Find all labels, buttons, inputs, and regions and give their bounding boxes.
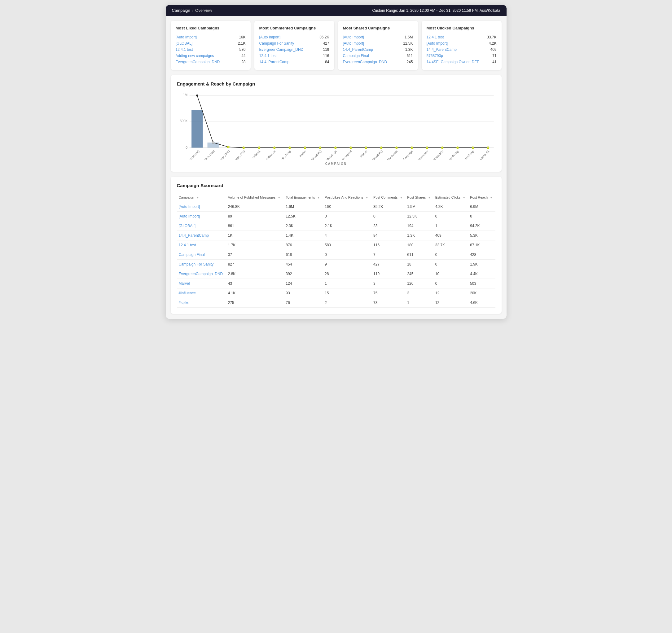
svg-point-24 bbox=[441, 147, 443, 149]
cell-volume: 1K bbox=[226, 231, 284, 240]
svg-text:[GLOBAL]: [GLOBAL] bbox=[310, 150, 321, 160]
summary-item: 12.4.1 test116 bbox=[259, 53, 329, 59]
svg-point-17 bbox=[334, 147, 336, 149]
cell-reach: 20K bbox=[468, 289, 495, 298]
col-comments[interactable]: Post Comments ▼ bbox=[371, 193, 405, 202]
summary-item-link[interactable]: EvergreenCampaign_DND bbox=[176, 60, 220, 64]
summary-item: [Auto Import]16K bbox=[176, 34, 246, 40]
date-range: Custom Range: Jan 1, 2020 12:00 AM - Dec… bbox=[373, 8, 500, 13]
summary-item-link[interactable]: [GLOBAL] bbox=[176, 41, 193, 46]
campaign-link[interactable]: [Auto Import] bbox=[179, 214, 200, 218]
cell-comments: 7 bbox=[371, 250, 405, 260]
cell-comments: 35.2K bbox=[371, 202, 405, 212]
campaign-link[interactable]: EvergreenCampaign_DND bbox=[179, 272, 223, 276]
table-row: [Auto Import] 89 12.5K 0 0 12.5K 0 0 bbox=[177, 212, 496, 221]
summary-item-link[interactable]: [Auto Import] bbox=[427, 41, 448, 46]
chart-area: 1M 500K 0 bbox=[177, 91, 496, 160]
cell-campaign: #Influence bbox=[177, 289, 226, 298]
col-clicks[interactable]: Estimated Clicks ▼ bbox=[433, 193, 468, 202]
summary-item-link[interactable]: Adding new campaigns bbox=[176, 54, 214, 58]
scorecard-title: Campaign Scorecard bbox=[177, 183, 496, 188]
col-total-eng[interactable]: Total Engagements ▼ bbox=[284, 193, 323, 202]
summary-item-link[interactable]: 14.4SE_Campaign Owner_DEE bbox=[427, 60, 480, 64]
breadcrumb-root[interactable]: Campaign bbox=[172, 8, 190, 13]
most-liked-card: Most Liked Campaigns [Auto Import]16K[GL… bbox=[171, 21, 250, 70]
campaign-link[interactable]: Marvel bbox=[179, 281, 190, 286]
summary-item-link[interactable]: Campaign For Sanity bbox=[259, 41, 294, 46]
cell-clicks: 12 bbox=[433, 289, 468, 298]
summary-item-value: 580 bbox=[239, 47, 245, 52]
campaign-link[interactable]: Campaign Final bbox=[179, 252, 205, 257]
summary-item-value: 611 bbox=[407, 54, 413, 58]
cell-likes: 0 bbox=[323, 212, 371, 221]
svg-text:[Auto Import]: [Auto Import] bbox=[339, 150, 353, 160]
cell-clicks: 1 bbox=[433, 221, 468, 231]
sort-icon-shares: ▼ bbox=[428, 196, 431, 199]
summary-item-link[interactable]: 14.4_ParentCamp bbox=[259, 60, 289, 64]
cell-reach: 87.1K bbox=[468, 240, 495, 250]
cell-reach: 94.2K bbox=[468, 221, 495, 231]
svg-text:#BusyDogs: #BusyDogs bbox=[325, 150, 337, 160]
cell-volume: 4.1K bbox=[226, 289, 284, 298]
summary-item-link[interactable]: 14.4_ParentCamp bbox=[427, 47, 457, 52]
breadcrumb: Campaign › Overview bbox=[172, 8, 212, 13]
summary-item-link[interactable]: [Auto Import] bbox=[176, 35, 197, 39]
cell-clicks: 4.2K bbox=[433, 202, 468, 212]
most-clicked-title: Most Clicked Campaigns bbox=[427, 26, 497, 30]
summary-item-link[interactable]: 12.4.1 test bbox=[259, 54, 277, 58]
svg-text:12.4.1 test: 12.4.1 test bbox=[203, 150, 215, 160]
svg-point-14 bbox=[288, 147, 290, 149]
summary-item-value: 35.2K bbox=[319, 35, 329, 39]
summary-item-link[interactable]: [Auto Import] bbox=[343, 41, 364, 46]
campaign-link[interactable]: [GLOBAL] bbox=[179, 224, 196, 228]
cell-clicks: 0 bbox=[433, 212, 468, 221]
cell-volume: 89 bbox=[226, 212, 284, 221]
campaign-link[interactable]: Campaign For Sanity bbox=[179, 262, 214, 266]
summary-item-link[interactable]: 5768790p bbox=[427, 54, 443, 58]
campaign-link[interactable]: [Auto Import] bbox=[179, 204, 200, 209]
summary-item-value: 427 bbox=[323, 41, 329, 46]
cell-shares: 1.5M bbox=[405, 202, 433, 212]
col-volume[interactable]: Volume of Published Messages ▼ bbox=[226, 193, 284, 202]
summary-item: Campaign Final611 bbox=[343, 53, 413, 59]
summary-item-value: 245 bbox=[407, 60, 413, 64]
sort-icon-campaign: ▼ bbox=[196, 196, 199, 199]
cell-total-eng: 1.6M bbox=[284, 202, 323, 212]
summary-item-link[interactable]: 14.4_ParentCamp bbox=[343, 47, 373, 52]
cell-shares: 18 bbox=[405, 260, 433, 269]
most-clicked-items: 12.4.1 test33.7K[Auto Import]4.2K14.4_Pa… bbox=[427, 34, 497, 65]
summary-item-link[interactable]: [Auto Import] bbox=[259, 35, 281, 39]
col-reach[interactable]: Post Reach ▼ bbox=[468, 193, 495, 202]
cell-total-eng: 12.5K bbox=[284, 212, 323, 221]
summary-item-link[interactable]: EvergreenCampaign_DND bbox=[343, 60, 387, 64]
summary-item-link[interactable]: [Auto Import] bbox=[343, 35, 364, 39]
svg-point-8 bbox=[196, 95, 198, 97]
svg-text:Do Not Delete: Do Not Delete bbox=[384, 150, 398, 160]
campaign-link[interactable]: #Influence bbox=[179, 291, 196, 295]
cell-likes: 2.1K bbox=[323, 221, 371, 231]
cell-likes: 16K bbox=[323, 202, 371, 212]
summary-item-value: 28 bbox=[241, 60, 245, 64]
col-campaign[interactable]: Campaign ▼ bbox=[177, 193, 226, 202]
cell-reach: 5.3K bbox=[468, 231, 495, 240]
chart-title: Engagement & Reach by Campaign bbox=[177, 81, 496, 87]
col-likes[interactable]: Post Likes And Reactions ▼ bbox=[323, 193, 371, 202]
summary-item-link[interactable]: Campaign Final bbox=[343, 54, 369, 58]
table-row: Marvel 43 124 1 3 120 0 503 bbox=[177, 279, 496, 289]
svg-point-18 bbox=[350, 147, 351, 149]
campaign-link[interactable]: 12.4.1 test bbox=[179, 243, 196, 247]
campaign-link[interactable]: #spike bbox=[179, 300, 190, 305]
col-shares[interactable]: Post Shares ▼ bbox=[405, 193, 433, 202]
cell-campaign: Campaign For Sanity bbox=[177, 260, 226, 269]
cell-likes: 15 bbox=[323, 289, 371, 298]
summary-item-link[interactable]: 12.4.1 test bbox=[176, 47, 193, 52]
summary-item-link[interactable]: 12.4.1 test bbox=[427, 35, 444, 39]
cell-campaign: 12.4.1 test bbox=[177, 240, 226, 250]
cell-reach: 428 bbox=[468, 250, 495, 260]
chart-section: Engagement & Reach by Campaign 1M 500K 0 bbox=[171, 75, 502, 172]
most-liked-title: Most Liked Campaigns bbox=[176, 26, 246, 30]
summary-item-link[interactable]: EvergreenCampaign_DND bbox=[259, 47, 304, 52]
scorecard-thead: Campaign ▼ Volume of Published Messages … bbox=[177, 193, 496, 202]
campaign-link[interactable]: 14.4_ParentCamp bbox=[179, 233, 209, 238]
summary-item: [Auto Import]1.5M bbox=[343, 34, 413, 40]
